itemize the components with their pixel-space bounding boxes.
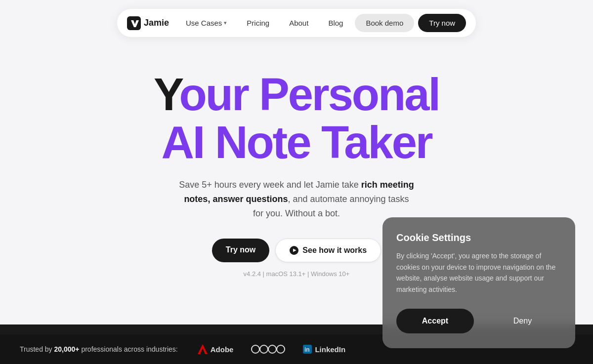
nav-item-use-cases[interactable]: Use Cases (178, 15, 235, 31)
hero-see-how-button[interactable]: ▶ See how it works (275, 239, 381, 262)
svg-text:in: in (304, 346, 310, 353)
nav-item-blog[interactable]: Blog (320, 15, 351, 31)
nav-item-pricing[interactable]: Pricing (239, 15, 277, 31)
cookie-accept-button[interactable]: Accept (396, 309, 474, 333)
svg-marker-1 (198, 344, 208, 354)
play-icon: ▶ (290, 246, 298, 255)
linkedin-logo: in LinkedIn (303, 345, 345, 354)
nav-item-about[interactable]: About (281, 15, 316, 31)
book-demo-button[interactable]: Book demo (355, 14, 414, 32)
version-info: v4.2.4 | macOS 13.1+ | Windows 10+ (244, 270, 350, 278)
cookie-body: By clicking 'Accept', you agree to the s… (396, 250, 561, 295)
trusted-text: Trusted by 20,000+ professionals across … (20, 345, 178, 353)
logo-text: Jamie (144, 18, 169, 28)
nav-inner: Jamie Use Cases Pricing About Blog Book … (117, 9, 476, 37)
hero-try-now-button[interactable]: Try now (212, 239, 269, 262)
cookie-banner: Cookie Settings By clicking 'Accept', yo… (382, 217, 575, 348)
adobe-logo: Adobe (198, 344, 234, 354)
trusted-logos: Adobe in LinkedIn (198, 344, 345, 354)
try-now-nav-button[interactable]: Try now (418, 14, 466, 32)
hero-title: Your Personal AI Note Taker (154, 71, 439, 166)
cookie-title: Cookie Settings (396, 232, 561, 243)
cookie-deny-button[interactable]: Deny (484, 309, 561, 333)
logo-icon (127, 16, 141, 30)
audi-logo (251, 345, 285, 354)
hero-subtitle: Save 5+ hours every week and let Jamie t… (178, 178, 415, 220)
hero-cta-group: Try now ▶ See how it works (212, 239, 381, 262)
navbar: Jamie Use Cases Pricing About Blog Book … (0, 0, 593, 46)
logo[interactable]: Jamie (127, 16, 169, 30)
cookie-buttons: Accept Deny (396, 309, 561, 333)
